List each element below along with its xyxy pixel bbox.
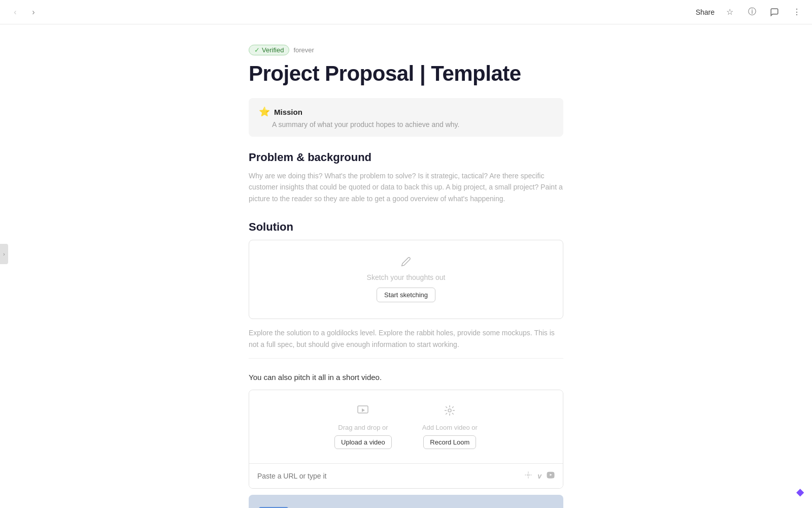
main-content: ✓ Verified forever Project Proposal | Te… (0, 24, 812, 508)
page-title: Project Proposal | Template (249, 61, 563, 86)
diamond-icon[interactable]: ◆ (796, 486, 804, 498)
problem-body: Why are we doing this? What's the proble… (249, 170, 563, 204)
url-paste-area: v (249, 464, 563, 488)
mission-callout: ⭐ Mission A summary of what your product… (249, 98, 563, 137)
sidebar-toggle[interactable]: › (0, 244, 8, 264)
verified-badge: ✓ Verified (249, 45, 289, 55)
more-menu-icon[interactable]: ⋮ (790, 5, 804, 19)
info-icon[interactable]: ⓘ (745, 5, 759, 19)
upload-video-button[interactable]: Upload a video (334, 435, 392, 449)
svg-line-9 (452, 406, 454, 408)
drag-drop-label: Drag and drop or (338, 424, 388, 431)
video-pitch-text: You can also pitch it all in a short vid… (249, 373, 563, 382)
url-paste-input[interactable] (257, 472, 524, 480)
svg-marker-1 (362, 408, 365, 412)
pencil-icon (401, 257, 411, 269)
start-sketching-button[interactable]: Start sketching (377, 288, 435, 302)
topbar: ‹ › Share ☆ ⓘ ⋮ (0, 0, 812, 24)
topbar-right: Share ☆ ⓘ ⋮ (696, 5, 804, 19)
solution-description: Explore the solution to a goldilocks lev… (249, 327, 563, 359)
svg-line-7 (446, 406, 448, 408)
check-icon: ✓ (254, 46, 260, 54)
videos-banner: VIDEOS v ▶ (249, 495, 563, 508)
sketch-box[interactable]: Sketch your thoughts out Start sketching (249, 240, 563, 319)
topbar-left: ‹ › (8, 5, 41, 19)
url-vimeo-icon: v (537, 472, 542, 480)
chevron-left-icon: ‹ (14, 8, 16, 17)
sidebar-arrow-icon: › (3, 251, 5, 257)
problem-heading: Problem & background (249, 151, 563, 164)
forever-label: forever (293, 46, 314, 54)
share-button[interactable]: Share (696, 8, 715, 16)
solution-heading: Solution (249, 220, 563, 234)
star-icon[interactable]: ☆ (723, 5, 737, 19)
loom-option: Add Loom video or Record Loom (422, 404, 478, 449)
verified-label: Verified (262, 46, 284, 54)
solution-section: Solution Sketch your thoughts out Start … (249, 220, 563, 359)
url-icons: v (524, 471, 555, 481)
loom-label: Add Loom video or (422, 424, 478, 431)
content-wrapper: ✓ Verified forever Project Proposal | Te… (249, 45, 563, 488)
verified-row: ✓ Verified forever (249, 45, 563, 55)
sketch-hint: Sketch your thoughts out (367, 273, 446, 281)
upload-option: Drag and drop or Upload a video (334, 404, 392, 449)
url-youtube-icon (547, 471, 555, 481)
video-upload-area: Drag and drop or Upload a video (249, 390, 563, 464)
svg-line-10 (446, 413, 448, 415)
record-loom-button[interactable]: Record Loom (423, 435, 476, 449)
mission-header: ⭐ Mission (259, 106, 553, 117)
loom-icon (444, 404, 456, 420)
url-loom-icon (524, 471, 532, 481)
chevron-right-icon: › (32, 8, 35, 17)
mission-title: Mission (274, 108, 302, 116)
nav-forward-button[interactable]: › (26, 5, 41, 19)
mission-star-icon: ⭐ (259, 106, 270, 117)
video-box: Drag and drop or Upload a video (249, 390, 563, 489)
svg-point-2 (448, 409, 451, 412)
nav-back-button[interactable]: ‹ (8, 5, 22, 19)
mission-description: A summary of what your product hopes to … (272, 120, 553, 129)
svg-line-8 (452, 413, 454, 415)
play-icon (357, 404, 369, 420)
comment-icon[interactable] (767, 5, 782, 19)
svg-point-11 (527, 474, 529, 476)
